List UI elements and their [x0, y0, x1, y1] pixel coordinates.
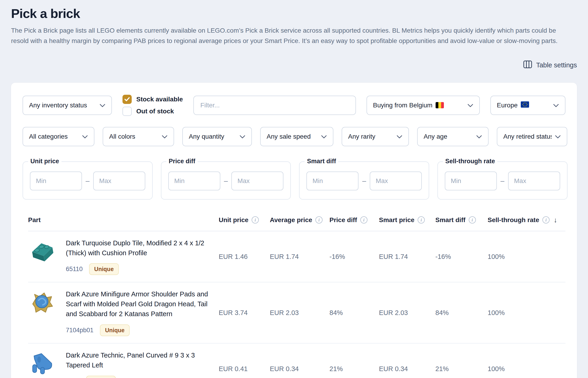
region-select[interactable]: Europe — [490, 96, 565, 115]
rarity-value: Any rarity — [348, 133, 375, 140]
smart-diff-value: 84% — [435, 309, 488, 317]
part-info: Dark Azure Technic, Panel Curved # 9 3 x… — [66, 351, 213, 378]
part-name: Dark Azure Minifigure Armor Shoulder Pad… — [66, 289, 213, 319]
range-separator: – — [362, 177, 366, 185]
unit-price-max-input[interactable] — [93, 172, 145, 190]
inventory-status-select[interactable]: Any inventory status — [23, 96, 112, 115]
price-diff-value: 21% — [330, 365, 379, 373]
table-row: Dark Azure Minifigure Armor Shoulder Pad… — [28, 282, 565, 343]
pick-a-brick-page: Pick a brick The Pick a Brick page lists… — [0, 6, 588, 378]
part-image-armor — [28, 290, 56, 316]
info-icon[interactable]: i — [252, 216, 259, 224]
part-name: Dark Turquoise Duplo Tile, Modified 2 x … — [66, 238, 213, 258]
part-cell: Dark Turquoise Duplo Tile, Modified 2 x … — [28, 238, 219, 275]
part-image-duplo-tile — [28, 239, 56, 265]
info-icon[interactable]: i — [360, 216, 367, 224]
smart-diff-max-input[interactable] — [370, 172, 422, 190]
quantity-select[interactable]: Any quantity — [182, 127, 252, 146]
buying-from-value: Buying from Belgium — [373, 102, 432, 109]
range-separator: – — [224, 177, 228, 185]
unit-price-value: EUR 0.41 — [219, 365, 270, 373]
chevron-down-icon — [396, 133, 402, 140]
average-price-header-label: Average price — [270, 216, 312, 224]
toolbar-row: Table settings — [11, 60, 577, 70]
part-number-link[interactable]: 65110 — [66, 266, 83, 273]
column-header-sell-through-rate[interactable]: Sell-through rate i ↓ — [488, 216, 565, 224]
part-info: Dark Turquoise Duplo Tile, Modified 2 x … — [66, 238, 213, 275]
part-name: Dark Azure Technic, Panel Curved # 9 3 x… — [66, 351, 213, 370]
filter-row-primary: Any inventory status Stock available Out… — [23, 95, 565, 116]
parts-table: Part Unit price i Average price i Price … — [28, 216, 565, 378]
region-value: Europe — [497, 102, 517, 109]
smart-price-header-label: Smart price — [379, 216, 415, 224]
unit-price-value: EUR 3.74 — [219, 309, 270, 317]
info-icon[interactable]: i — [418, 216, 425, 224]
colors-select[interactable]: All colors — [103, 127, 174, 146]
rarity-select[interactable]: Any rarity — [342, 127, 409, 146]
sale-speed-select[interactable]: Any sale speed — [260, 127, 333, 146]
chevron-down-icon — [239, 133, 245, 140]
unit-price-min-input[interactable] — [30, 172, 82, 190]
part-image-technic-panel — [28, 351, 56, 378]
average-price-value: EUR 2.03 — [270, 309, 330, 317]
stock-available-label: Stock available — [136, 96, 183, 103]
part-cell: Dark Azure Technic, Panel Curved # 9 3 x… — [28, 351, 219, 378]
retired-status-select[interactable]: Any retired status — [497, 127, 567, 146]
table-header-row: Part Unit price i Average price i Price … — [28, 216, 565, 231]
columns-icon — [523, 60, 532, 70]
sort-descending-icon: ↓ — [554, 216, 557, 224]
column-header-unit-price[interactable]: Unit price i — [219, 216, 270, 224]
part-meta: 7104pb01 Unique — [66, 324, 213, 336]
price-diff-min-input[interactable] — [168, 172, 220, 190]
sell-through-max-input[interactable] — [508, 172, 560, 190]
chevron-down-icon — [162, 133, 168, 140]
filters-and-table-card: Any inventory status Stock available Out… — [11, 83, 577, 378]
filter-row-secondary: All categories All colors Any quantity A… — [23, 127, 565, 146]
part-number-link[interactable]: 7104pb01 — [66, 327, 93, 334]
stock-filter-group: Stock available Out of stock — [122, 95, 183, 116]
smart-diff-value: 21% — [435, 365, 488, 373]
price-diff-max-input[interactable] — [231, 172, 283, 190]
categories-value: All categories — [29, 133, 68, 140]
info-icon[interactable]: i — [469, 216, 476, 224]
smart-diff-range-label: Smart diff — [305, 158, 338, 165]
buying-from-select[interactable]: Buying from Belgium — [367, 96, 480, 115]
column-header-smart-price[interactable]: Smart price i — [379, 216, 435, 224]
unit-price-value: EUR 1.46 — [219, 253, 270, 260]
retired-status-value: Any retired status — [503, 133, 552, 140]
range-separator: – — [86, 177, 89, 185]
chevron-down-icon — [100, 102, 105, 109]
column-header-part[interactable]: Part — [28, 216, 219, 224]
checkbox-unchecked-icon — [122, 107, 132, 116]
table-settings-label: Table settings — [536, 61, 577, 69]
filter-input[interactable] — [193, 96, 356, 115]
out-of-stock-checkbox[interactable]: Out of stock — [122, 107, 183, 116]
part-meta: 65110 Unique — [66, 263, 213, 275]
table-settings-button[interactable]: Table settings — [523, 60, 577, 70]
unique-badge: Unique — [89, 263, 119, 275]
stock-available-checkbox[interactable]: Stock available — [122, 95, 183, 104]
column-header-average-price[interactable]: Average price i — [270, 216, 330, 224]
age-select[interactable]: Any age — [417, 127, 488, 146]
column-header-smart-diff[interactable]: Smart diff i — [435, 216, 488, 224]
part-cell: Dark Azure Minifigure Armor Shoulder Pad… — [28, 289, 219, 336]
info-icon[interactable]: i — [316, 216, 323, 224]
colors-value: All colors — [109, 133, 135, 140]
categories-select[interactable]: All categories — [23, 127, 94, 146]
column-header-price-diff[interactable]: Price diff i — [330, 216, 379, 224]
smart-diff-value: -16% — [435, 253, 488, 260]
smart-diff-min-input[interactable] — [306, 172, 359, 190]
info-icon[interactable]: i — [542, 216, 550, 224]
sell-through-header-label: Sell-through rate — [488, 216, 539, 224]
part-info: Dark Azure Minifigure Armor Shoulder Pad… — [66, 289, 213, 336]
inventory-status-value: Any inventory status — [29, 102, 87, 109]
smart-diff-header-label: Smart diff — [435, 216, 466, 224]
sell-through-min-input[interactable] — [445, 172, 497, 190]
unit-price-range-group: Unit price – — [23, 162, 153, 200]
price-diff-value: -16% — [330, 253, 379, 260]
price-diff-range-group: Price diff – — [161, 162, 291, 200]
table-row: Dark Turquoise Duplo Tile, Modified 2 x … — [28, 231, 565, 283]
average-price-value: EUR 0.34 — [270, 365, 330, 373]
unique-badge: Unique — [100, 324, 130, 336]
sale-speed-value: Any sale speed — [267, 133, 311, 140]
